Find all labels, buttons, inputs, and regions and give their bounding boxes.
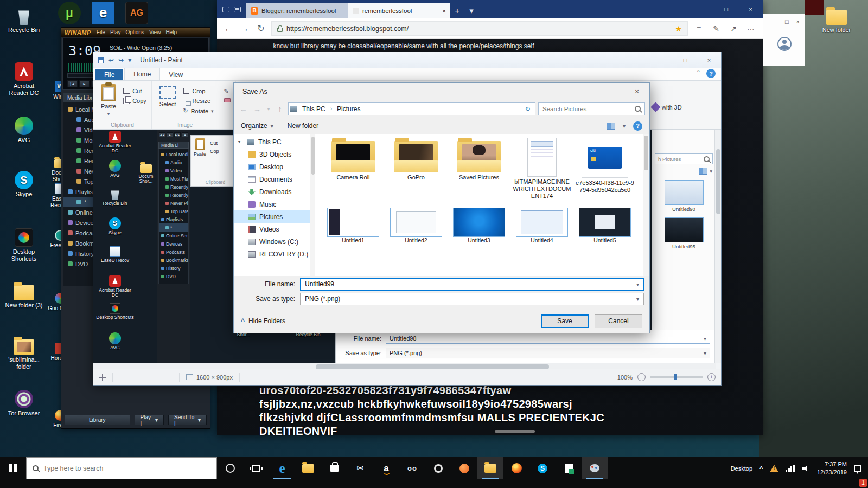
- taskbar-app-store[interactable]: [321, 457, 347, 479]
- browser-tab-blogger[interactable]: Blogger: rememberlessfool: [246, 3, 348, 18]
- winamp-menu-play[interactable]: Play: [110, 29, 120, 35]
- tab-layout-icon[interactable]: [222, 7, 229, 12]
- taskbar-app-skype[interactable]: [529, 457, 556, 479]
- hide-folders-button[interactable]: ^ Hide Folders: [241, 317, 285, 325]
- file-item-bitmap-doc[interactable]: bITMAPIMAGEINNEWRICHTEXTDOCUMENT174: [513, 137, 571, 200]
- tab-home[interactable]: Home: [124, 68, 160, 80]
- pencil-tool[interactable]: ✎: [224, 88, 231, 95]
- nav-recovery-d[interactable]: RECOVERY (D:): [234, 248, 315, 260]
- desktop-icon-new-folder[interactable]: New folder: [817, 5, 856, 34]
- network-icon[interactable]: [786, 465, 795, 472]
- taskbar-app-green[interactable]: [556, 457, 582, 479]
- rotate-button[interactable]: ↻Rotate▾: [183, 107, 213, 114]
- undo-icon[interactable]: ↩: [108, 56, 114, 64]
- desktop-icon-desktop-shortcuts[interactable]: Desktop Shortcuts: [4, 227, 43, 262]
- file-name-input[interactable]: [305, 280, 636, 288]
- back-icon[interactable]: ←: [222, 24, 234, 34]
- task-view-button[interactable]: [243, 457, 269, 479]
- taskbar-app-firefox[interactable]: [503, 457, 529, 479]
- save-icon[interactable]: [98, 57, 104, 63]
- help-icon[interactable]: ?: [633, 121, 642, 131]
- help-icon[interactable]: ?: [706, 69, 716, 78]
- vertical-scrollbar[interactable]: [714, 130, 721, 363]
- browser-tab-active[interactable]: rememberlessfool ×: [348, 3, 450, 18]
- crop-button[interactable]: Crop: [183, 88, 213, 94]
- taskbar-app-ring[interactable]: [425, 457, 451, 479]
- breadcrumb[interactable]: This PC › Pictures ↻: [288, 102, 535, 115]
- redo-icon[interactable]: ↪: [118, 56, 124, 64]
- nav-windows-c[interactable]: Windows (C:): [234, 235, 315, 248]
- desktop-icon-edge-tile[interactable]: e: [87, 2, 119, 24]
- favorites-hub-icon[interactable]: ≡: [692, 24, 705, 33]
- play-menu-button[interactable]: Play |▾: [135, 415, 164, 425]
- taskbar-search[interactable]: [26, 457, 217, 479]
- nav-this-pc[interactable]: ▾This PC: [234, 136, 315, 148]
- select-button[interactable]: Select: [157, 84, 179, 120]
- taskbar-search-input[interactable]: [43, 465, 210, 472]
- refresh-icon[interactable]: ↻: [521, 103, 534, 115]
- nav-videos[interactable]: Videos: [234, 223, 315, 235]
- taskbar-app-edge[interactable]: e: [269, 457, 295, 479]
- tab-preview-icon[interactable]: [234, 7, 241, 12]
- tab-file[interactable]: File: [95, 69, 123, 80]
- zoom-in-icon[interactable]: +: [707, 373, 716, 381]
- eraser-tool[interactable]: [224, 98, 231, 102]
- paint-title-bar[interactable]: ↩ ↪ ▾ Untitled - Paint — □ ×: [93, 52, 721, 68]
- show-hidden-icons-chevron[interactable]: ^: [760, 465, 763, 472]
- winamp-title-bar[interactable]: WINAMP File Play Options View Help: [61, 28, 210, 37]
- organize-button[interactable]: Organize▾: [241, 122, 273, 130]
- desktop-icon-new-folder-3[interactable]: New folder (3): [4, 281, 43, 309]
- notification-badge[interactable]: 1: [859, 479, 867, 487]
- warning-tray-icon[interactable]: [770, 465, 778, 472]
- desktop-icon-acrobat[interactable]: Acrobat Reader DC: [4, 61, 43, 96]
- file-item-untitled4[interactable]: Untitled4: [513, 208, 571, 243]
- edit-with-paint3d-button-fragment[interactable]: with 3D: [652, 104, 682, 111]
- share-icon[interactable]: ↗: [727, 24, 740, 33]
- history-dropdown-icon[interactable]: ▾: [265, 106, 272, 112]
- file-item-untitled3[interactable]: Untitled3: [450, 208, 508, 243]
- nav-downloads[interactable]: Downloads: [234, 185, 315, 198]
- more-options-icon[interactable]: ⋯: [744, 24, 757, 33]
- taskbar-app-paint[interactable]: [582, 457, 608, 479]
- tab-list-chevron-icon[interactable]: ▾: [464, 3, 478, 18]
- library-button[interactable]: Library: [65, 415, 130, 425]
- save-type-select[interactable]: PNG (*.png) ▾: [300, 293, 644, 305]
- file-item-gopro[interactable]: GoPro: [387, 137, 445, 200]
- search-input[interactable]: [542, 106, 631, 112]
- profile-person-icon[interactable]: [777, 37, 792, 51]
- forward-icon[interactable]: →: [239, 24, 251, 34]
- nav-desktop[interactable]: Desktop: [234, 160, 315, 173]
- change-view-icon[interactable]: [607, 123, 615, 130]
- minimize-button[interactable]: —: [690, 0, 714, 18]
- cut-button[interactable]: Cut: [123, 88, 146, 94]
- dialog-title-bar[interactable]: Save As ×: [234, 83, 649, 100]
- file-item-untitled2[interactable]: Untitled2: [387, 208, 445, 243]
- close-button[interactable]: ×: [697, 53, 721, 68]
- desktop-icon-ag-tile[interactable]: AG: [120, 2, 153, 24]
- winamp-menu-options[interactable]: Options: [125, 29, 144, 35]
- refresh-icon[interactable]: ↻: [255, 23, 267, 34]
- file-item-card-image[interactable]: e7e53340-ff38-11e9-9794-5d95042ca5c0: [576, 137, 634, 200]
- breadcrumb-root[interactable]: This PC: [298, 105, 329, 113]
- winamp-menu-file[interactable]: File: [97, 29, 105, 35]
- copy-button[interactable]: Copy: [123, 98, 146, 104]
- breadcrumb-child[interactable]: Pictures: [333, 105, 364, 113]
- desktop-toolbar-label[interactable]: Desktop: [731, 465, 752, 472]
- save-button[interactable]: Save: [541, 314, 589, 328]
- back-icon[interactable]: ←: [238, 105, 249, 113]
- maximize-button[interactable]: □: [714, 0, 738, 18]
- favorite-star-icon[interactable]: ★: [675, 24, 682, 33]
- tab-view[interactable]: View: [160, 69, 192, 80]
- search-box[interactable]: [538, 102, 645, 115]
- file-item-untitled1[interactable]: Untitled1: [324, 208, 382, 243]
- zoom-out-icon[interactable]: −: [637, 373, 646, 381]
- taskbar-app-mail[interactable]: ✉: [347, 457, 373, 479]
- up-icon[interactable]: ↑: [275, 105, 285, 113]
- close-button[interactable]: ×: [796, 18, 800, 25]
- qat-dropdown-icon[interactable]: ▾: [128, 56, 131, 64]
- taskbar-app-binoculars[interactable]: oo: [399, 457, 425, 479]
- nav-music[interactable]: Music: [234, 198, 315, 210]
- minimize-button[interactable]: —: [649, 53, 673, 68]
- new-tab-button[interactable]: +: [450, 3, 464, 18]
- taskbar-app-orange[interactable]: [451, 457, 477, 479]
